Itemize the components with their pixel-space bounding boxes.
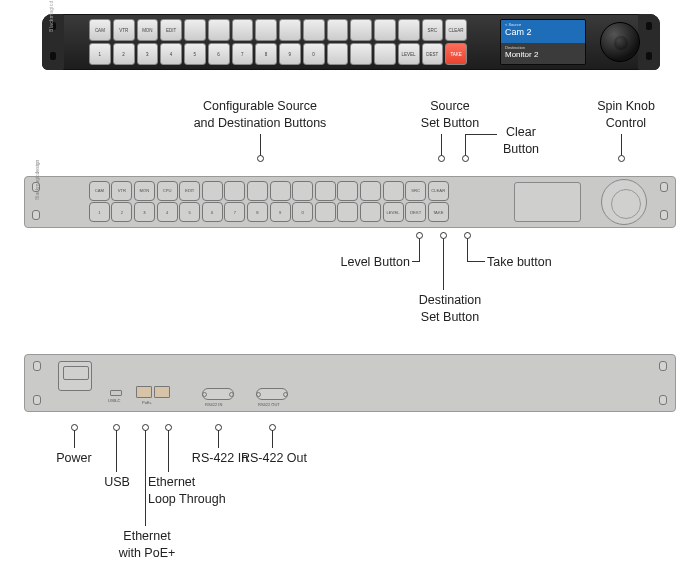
panel-button: LEVEL <box>383 202 404 222</box>
lcd-source-value: Cam 2 <box>505 27 581 37</box>
ethernet-port-label: PoE+ <box>142 400 152 405</box>
panel-button <box>315 181 336 201</box>
callout-configurable: Configurable Source and Destination Butt… <box>160 98 360 132</box>
panel-button: 2 <box>113 43 135 65</box>
panel-button: CAM <box>89 19 111 41</box>
callout-source-set: Source Set Button <box>410 98 490 132</box>
usb-port-label: USB-C <box>108 398 120 403</box>
panel-button: MON <box>137 19 159 41</box>
panel-button <box>398 19 420 41</box>
ethernet-port-2-icon <box>154 386 170 398</box>
lcd-source-hint: < Source <box>505 22 581 27</box>
lcd-dest-hint: Destination <box>505 45 581 50</box>
panel-button: 0 <box>292 202 313 222</box>
callout-ethernet-loop: Ethernet Loop Through <box>148 474 248 508</box>
panel-button: 6 <box>208 43 230 65</box>
panel-button: 8 <box>247 202 268 222</box>
panel-button <box>255 19 277 41</box>
panel-button: EDIT <box>179 181 200 201</box>
panel-button: DEST <box>422 43 444 65</box>
panel-button: 7 <box>232 43 254 65</box>
panel-button: 5 <box>184 43 206 65</box>
ethernet-port-1-icon <box>136 386 152 398</box>
power-port-icon <box>58 361 92 391</box>
back-panel-outline <box>24 354 676 412</box>
spin-knob-outline <box>601 179 647 225</box>
panel-button: EDIT <box>160 19 182 41</box>
panel-button <box>224 181 245 201</box>
panel-button: 3 <box>134 202 155 222</box>
lcd-screen: < Source Cam 2 Destination Monitor 2 <box>500 19 586 65</box>
rs422-out-port-icon <box>256 388 288 400</box>
panel-button: 4 <box>157 202 178 222</box>
rs422-in-port-label: RS422 IN <box>205 402 222 407</box>
panel-button: 3 <box>137 43 159 65</box>
panel-button <box>279 19 301 41</box>
panel-button <box>337 181 358 201</box>
panel-button <box>350 19 372 41</box>
panel-button: 8 <box>255 43 277 65</box>
callout-rs422-out: RS-422 Out <box>238 450 310 467</box>
panel-button: 4 <box>160 43 182 65</box>
panel-button <box>247 181 268 201</box>
panel-button: VTR <box>111 181 132 201</box>
panel-button <box>303 19 325 41</box>
rs422-in-port-icon <box>202 388 234 400</box>
panel-button: 1 <box>89 202 110 222</box>
lcd-outline <box>514 182 581 222</box>
usb-port-icon <box>110 390 122 396</box>
callout-spin-knob: Spin Knob Control <box>586 98 666 132</box>
panel-button: 6 <box>202 202 223 222</box>
callout-level: Level Button <box>315 254 410 271</box>
panel-button: SRC <box>405 181 426 201</box>
panel-button <box>360 181 381 201</box>
panel-button: 7 <box>224 202 245 222</box>
panel-button <box>374 43 396 65</box>
panel-button: 9 <box>279 43 301 65</box>
spin-knob-photo <box>600 22 640 62</box>
panel-button <box>184 19 206 41</box>
panel-button <box>360 202 381 222</box>
panel-button <box>202 181 223 201</box>
panel-button: 0 <box>303 43 325 65</box>
panel-button: 5 <box>179 202 200 222</box>
dark-button-grid: CAMVTRMONEDITSRCCLEAR 1234567890LEVELDES… <box>88 18 468 66</box>
panel-button <box>208 19 230 41</box>
callout-usb: USB <box>100 474 134 491</box>
callout-take: Take button <box>487 254 577 271</box>
panel-button <box>374 19 396 41</box>
panel-button: LEVEL <box>398 43 420 65</box>
panel-button: MON <box>134 181 155 201</box>
lcd-dest-value: Monitor 2 <box>505 50 581 59</box>
brand-logo: Blackmagicdesign <box>48 0 54 32</box>
panel-button: 1 <box>89 43 111 65</box>
panel-button: CLEAR <box>445 19 467 41</box>
panel-button: VTR <box>113 19 135 41</box>
panel-button <box>383 181 404 201</box>
panel-button: CAM <box>89 181 110 201</box>
light-button-grid: CAMVTRMONCPUEDITSRCCLEAR 1234567890LEVEL… <box>88 180 450 223</box>
panel-button <box>270 181 291 201</box>
rack-ear-outline-right <box>652 176 676 228</box>
panel-button: 2 <box>111 202 132 222</box>
panel-button <box>327 43 349 65</box>
panel-button: CLEAR <box>428 181 449 201</box>
panel-button: 9 <box>270 202 291 222</box>
panel-button: TAKE <box>428 202 449 222</box>
brand-logo-outline: Blackmagicdesign <box>34 160 40 200</box>
panel-button: DEST <box>405 202 426 222</box>
panel-button: TAKE <box>445 43 467 65</box>
panel-button <box>232 19 254 41</box>
panel-button <box>337 202 358 222</box>
callout-ethernet-poe: Ethernet with PoE+ <box>112 528 182 562</box>
rack-ear-right <box>638 14 660 70</box>
callout-clear: Clear Button <box>491 124 551 158</box>
panel-button <box>292 181 313 201</box>
panel-button <box>315 202 336 222</box>
rs422-out-port-label: RS422 OUT <box>258 402 280 407</box>
panel-button <box>350 43 372 65</box>
panel-button <box>327 19 349 41</box>
panel-button: CPU <box>157 181 178 201</box>
callout-dest-set: Destination Set Button <box>405 292 495 326</box>
panel-button: SRC <box>422 19 444 41</box>
